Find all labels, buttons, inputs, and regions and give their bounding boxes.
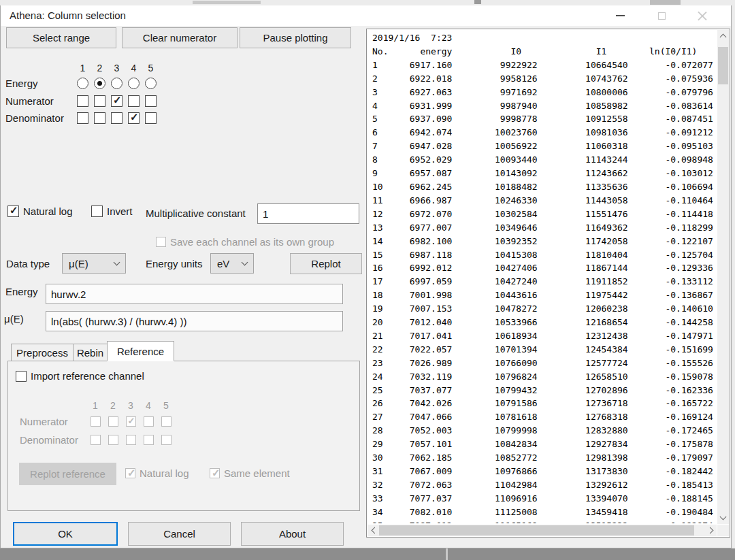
channel-selection-grid: 12345EnergyNumeratorDenominator [5,61,159,127]
scroll-right-button[interactable] [705,525,717,536]
channel-column-label: 5 [142,63,159,73]
minimize-icon [616,15,625,16]
scroll-down-button[interactable] [717,512,729,524]
mu-field-label: μ(E) [4,313,24,325]
ok-button[interactable]: OK [13,522,118,546]
cancel-button[interactable]: Cancel [128,522,231,546]
same-element-option: Same element [210,467,290,479]
scroll-up-button[interactable] [717,30,729,42]
about-button[interactable]: About [241,522,344,546]
energy-channel-3-radio[interactable] [111,78,122,89]
channel-column-label: 1 [86,400,104,411]
natural-log-label: Natural log [23,205,73,217]
reference-natural-log-checkbox [125,468,135,478]
import-reference-checkbox[interactable] [16,371,27,382]
background-artifact [650,0,681,5]
energy-units-label: Energy units [146,258,202,269]
background-window-top-edge [0,0,735,5]
replot-reference-button: Replot reference [19,463,116,485]
data-type-dropdown[interactable]: μ(E) [62,253,126,274]
tab-rebin[interactable]: Rebin [73,344,108,361]
channel-column-label: 4 [140,400,157,411]
energy-channel-4-radio[interactable] [128,78,140,89]
denominator-channel-2-checkbox[interactable] [94,112,105,124]
numerator-channel-2-checkbox[interactable] [94,95,105,107]
chevron-down-icon [242,259,248,265]
denominator-row: Denominator [5,110,159,127]
maximize-button[interactable] [646,5,677,26]
background-artifact [193,1,261,4]
energy-row: Energy [5,75,159,93]
chevron-down-icon [114,259,120,265]
ref-numerator-channel-1-checkbox [91,416,101,427]
scroll-left-button[interactable] [368,525,379,536]
energy-label: Energy [5,78,74,89]
close-button[interactable] [687,5,718,26]
multiplicative-constant-input[interactable] [257,203,359,224]
multiplicative-constant-label: Multiplicative constant [146,208,246,219]
maximize-icon [658,12,666,20]
denominator-label: Denominator [5,112,74,124]
channel-column-label: 3 [108,63,125,73]
ref-denominator-row: Denominator [20,431,175,449]
channel-column-label: 5 [157,400,175,411]
data-preview-panel: 2019/1/16 7:23 No. energy I0 I1 ln(I0/I1… [366,29,730,538]
energy-units-dropdown[interactable]: eV [210,253,254,274]
pause-plotting-button[interactable]: Pause plotting [240,27,351,48]
reference-channel-grid: 12345NumeratorDenominator [20,399,175,449]
channel-grid-header: 12345 [5,61,159,75]
channel-column-label: 4 [125,63,142,73]
ref-numerator-channel-5-checkbox [161,416,172,427]
vertical-scrollbar-thumb[interactable] [718,47,728,84]
chevron-left-icon [371,527,378,534]
denominator-channel-5-checkbox[interactable] [145,112,157,124]
energy-column-field[interactable] [46,284,343,304]
save-each-channel-label: Save each channel as its own group [170,236,334,248]
ref-denominator-channel-3-checkbox [126,435,136,445]
energy-channel-5-radio[interactable] [145,78,157,89]
denominator-channel-3-checkbox[interactable] [111,112,122,124]
ref-denominator-label: Denominator [20,434,86,446]
clear-numerator-button[interactable]: Clear numerator [122,27,238,48]
select-range-button[interactable]: Select range [6,27,116,48]
background-window-divider [446,548,448,560]
ref-numerator-channel-4-checkbox [144,416,154,427]
import-reference-label: Import reference channel [31,370,144,382]
import-reference-option[interactable]: Import reference channel [16,370,144,382]
numerator-channel-4-checkbox[interactable] [128,95,140,107]
numerator-channel-3-checkbox[interactable] [111,95,122,107]
ref-numerator-label: Numerator [20,416,86,427]
natural-log-option[interactable]: Natural log [7,205,73,217]
energy-channel-2-radio[interactable] [94,78,105,89]
numerator-channel-5-checkbox[interactable] [145,95,157,107]
save-each-channel-checkbox [156,237,166,247]
energy-units-value: eV [217,258,229,269]
vertical-scrollbar[interactable] [717,30,729,524]
channel-column-label: 3 [122,400,140,411]
same-element-label: Same element [224,467,290,479]
ref-denominator-channel-5-checkbox [161,435,172,445]
energy-field-label: Energy [5,286,38,297]
ref-numerator-channel-3-checkbox [126,416,136,427]
denominator-channel-1-checkbox[interactable] [77,112,88,124]
data-preview-text: 2019/1/16 7:23 No. energy I0 I1 ln(I0/I1… [372,31,715,523]
column-selection-dialog: Athena: Column selection Select range Cl… [0,5,732,548]
background-artifact [474,0,481,4]
energy-channel-1-radio[interactable] [77,78,88,89]
numerator-channel-1-checkbox[interactable] [77,95,88,107]
mu-expression-field[interactable] [46,311,343,331]
reference-natural-log-option: Natural log [125,467,189,479]
tab-reference[interactable]: Reference [107,341,174,361]
horizontal-scrollbar[interactable] [368,525,717,536]
ref-denominator-channel-2-checkbox [108,435,118,445]
ref-denominator-channel-4-checkbox [144,435,154,445]
natural-log-checkbox[interactable] [7,205,19,217]
invert-option[interactable]: Invert [91,205,133,217]
minimize-button[interactable] [604,5,636,26]
denominator-channel-4-checkbox[interactable] [128,112,140,124]
horizontal-scrollbar-thumb[interactable] [379,525,694,536]
invert-checkbox[interactable] [91,205,103,217]
tab-preprocess[interactable]: Preprocess [11,344,74,361]
replot-button[interactable]: Replot [290,253,362,274]
data-type-value: μ(E) [69,258,88,269]
